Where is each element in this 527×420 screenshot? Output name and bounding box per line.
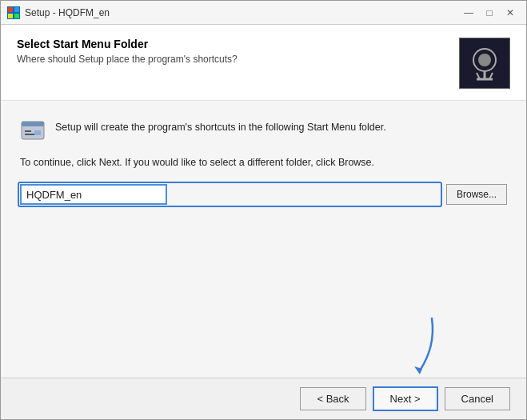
svg-rect-13 (25, 130, 31, 132)
header-section: Select Start Menu Folder Where should Se… (1, 25, 526, 101)
svg-rect-3 (14, 14, 19, 18)
maximize-button[interactable]: □ (480, 5, 499, 21)
back-button[interactable]: < Back (300, 387, 365, 410)
window-title: Setup - HQDFM_en (25, 7, 459, 18)
svg-rect-12 (22, 122, 44, 126)
info-row: Setup will create the program's shortcut… (20, 117, 507, 142)
title-bar: Setup - HQDFM_en — □ ✕ (1, 1, 526, 25)
close-button[interactable]: ✕ (501, 5, 520, 21)
page-subtitle: Where should Setup place the program's s… (17, 54, 451, 65)
app-icon (7, 6, 20, 19)
svg-rect-2 (8, 14, 13, 18)
browse-button[interactable]: Browse... (446, 184, 507, 205)
next-button[interactable]: Next > (373, 386, 438, 411)
cancel-button[interactable]: Cancel (445, 387, 510, 410)
svg-rect-1 (14, 7, 19, 12)
svg-rect-14 (25, 134, 34, 135)
continue-text: To continue, click Next. If you would li… (20, 157, 507, 168)
app-logo (459, 38, 510, 89)
info-icon (20, 117, 46, 142)
svg-point-6 (478, 54, 491, 66)
footer: < Back Next > Cancel (1, 378, 526, 419)
folder-input-wrapper (20, 184, 440, 205)
info-main-text: Setup will create the program's shortcut… (55, 117, 386, 135)
svg-rect-0 (8, 7, 13, 12)
minimize-button[interactable]: — (459, 5, 478, 21)
page-title: Select Start Menu Folder (17, 38, 451, 50)
folder-row: Browse... (20, 184, 507, 205)
main-content: Setup will create the program's shortcut… (1, 101, 526, 378)
folder-input[interactable] (20, 184, 167, 205)
setup-window: Setup - HQDFM_en — □ ✕ Select Start Menu… (0, 0, 527, 420)
header-text-area: Select Start Menu Folder Where should Se… (17, 38, 451, 65)
window-controls: — □ ✕ (459, 5, 520, 21)
svg-rect-15 (34, 130, 41, 135)
